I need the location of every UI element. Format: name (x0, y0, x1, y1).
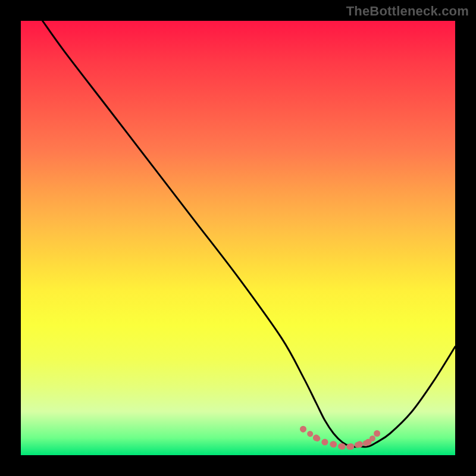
valley-dot (374, 430, 380, 437)
valley-dot (300, 426, 306, 433)
main-curve (43, 21, 456, 447)
valley-dot (322, 439, 328, 446)
valley-dot (339, 443, 346, 450)
valley-dot (330, 441, 337, 447)
chart-stage: TheBottleneck.com (0, 0, 476, 476)
valley-dot (347, 443, 354, 450)
valley-dot (313, 434, 320, 441)
valley-dot (356, 441, 363, 447)
valley-dot (365, 439, 372, 446)
plot-area (21, 21, 455, 455)
attribution-label: TheBottleneck.com (346, 4, 469, 19)
chart-svg (21, 21, 455, 455)
